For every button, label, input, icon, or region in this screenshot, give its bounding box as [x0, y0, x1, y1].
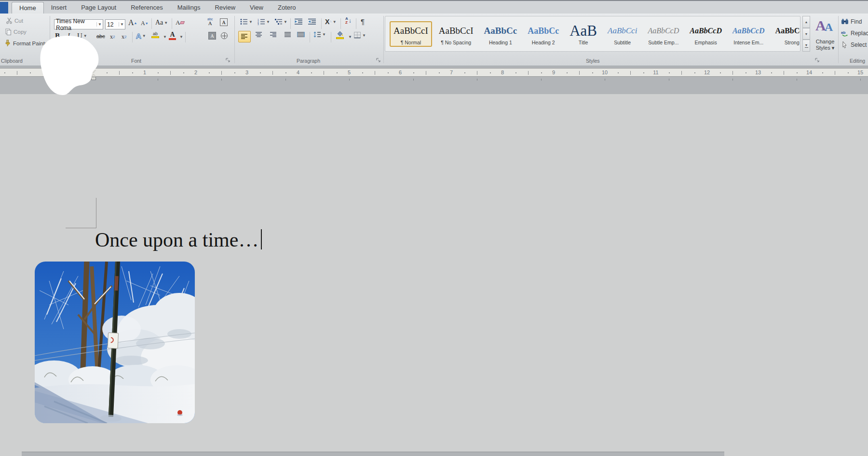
tab-page-layout[interactable]: Page Layout — [74, 1, 123, 14]
bold-button[interactable]: B — [55, 32, 60, 40]
copy-button[interactable]: Copy — [5, 28, 27, 35]
tab-mailings[interactable]: Mailings — [170, 1, 208, 14]
style-emphasis[interactable]: AaBbCcDEmphasis — [686, 21, 726, 47]
line-spacing-button[interactable]: ▼ — [313, 31, 326, 38]
style-heading-2[interactable]: AaBbCcHeading 2 — [524, 21, 563, 47]
style-normal[interactable]: AaBbCcI¶ Normal — [390, 21, 432, 47]
tab-zotero[interactable]: Zotero — [271, 1, 303, 14]
gallery-more-button[interactable]: ▼ — [802, 40, 810, 52]
document-canvas[interactable]: Once upon a time… — [0, 94, 868, 456]
style-intense-em[interactable]: AaBbCcDIntense Em... — [729, 21, 769, 47]
align-right-button[interactable] — [270, 32, 277, 38]
ruler-number-10: 10 — [602, 69, 608, 75]
multilevel-list-button[interactable]: ▼ — [275, 18, 287, 25]
character-shading-button[interactable]: A — [208, 32, 216, 40]
change-case-button[interactable]: Aa ▼ — [155, 19, 168, 27]
sort-button[interactable]: A Z ↓ — [345, 17, 352, 25]
tab-references[interactable]: References — [123, 1, 170, 14]
highlight-color-button[interactable]: ab — [151, 32, 159, 38]
chevron-down-icon[interactable]: ▼ — [96, 22, 103, 27]
style-subtle-emp[interactable]: AaBbCcDSubtle Emp... — [644, 21, 683, 47]
copy-label: Copy — [14, 29, 27, 35]
dots-icon: ∴ — [329, 20, 331, 24]
format-painter-button[interactable]: Format Painter — [4, 40, 50, 47]
asian-layout-glyph: X — [325, 18, 329, 26]
shrink-font-button[interactable]: A ▼ — [141, 20, 149, 27]
style-label: Heading 1 — [484, 40, 517, 45]
ruler-tick — [221, 71, 222, 75]
style-title[interactable]: AaBTitle — [566, 21, 601, 47]
replace-button[interactable]: ab Replace — [841, 30, 868, 37]
distributed-button[interactable] — [297, 32, 305, 38]
phonetic-guide-button[interactable]: abc A — [207, 17, 213, 25]
chevron-down-icon[interactable]: ▼ — [163, 35, 167, 39]
winter-photo[interactable] — [35, 262, 195, 423]
find-button[interactable]: Find — [841, 18, 862, 25]
tab-stop-tick — [732, 79, 733, 81]
chevron-down-icon: ▼ — [142, 34, 146, 38]
text-effects-button[interactable]: A ▼ — [136, 32, 146, 40]
character-border-button[interactable]: A — [220, 18, 228, 26]
align-center-button[interactable] — [256, 32, 262, 38]
select-button[interactable]: Select — [841, 41, 867, 48]
mini-divider — [356, 18, 356, 29]
file-tab-sliver[interactable] — [0, 2, 8, 14]
tab-review[interactable]: Review — [207, 1, 243, 14]
select-label: Select — [851, 41, 867, 48]
gallery-scroll-up-button[interactable]: ▲ — [802, 16, 810, 28]
tab-home[interactable]: Home — [12, 2, 44, 14]
binoculars-icon — [841, 18, 849, 25]
tab-view[interactable]: View — [243, 1, 271, 14]
cut-button[interactable]: Cut — [6, 17, 23, 24]
paragraph-dialog-launcher[interactable] — [376, 58, 381, 63]
ruler-tick — [567, 72, 568, 73]
borders-button[interactable]: ▼ — [354, 32, 366, 39]
horizontal-ruler[interactable]: 123456789101112131415 — [0, 68, 868, 77]
numbering-button[interactable]: 123 ▼ — [258, 18, 270, 25]
style-heading-1[interactable]: AaBbCcHeading 1 — [480, 21, 521, 47]
underline-button[interactable]: U ▼ — [77, 32, 87, 40]
font-dialog-launcher[interactable] — [226, 58, 231, 63]
font-color-button[interactable]: A — [169, 31, 176, 40]
replace-icon: ab — [841, 30, 849, 37]
gallery-scroll-down-button[interactable]: ▼ — [802, 28, 810, 40]
style-no-spacing[interactable]: AaBbCcI¶ No Spacing — [435, 21, 477, 47]
font-size-combo[interactable]: 12 ▼ — [105, 19, 125, 29]
subscript-small-glyph: 2 — [113, 35, 115, 39]
strikethrough-button[interactable]: abc — [96, 33, 105, 39]
justify-button[interactable] — [285, 32, 291, 38]
subscript-button[interactable]: x 2 — [110, 33, 115, 41]
tab-insert[interactable]: Insert — [44, 1, 74, 14]
increase-indent-button[interactable] — [308, 18, 316, 25]
style-subtitle[interactable]: AaBbCciSubtitle — [604, 21, 641, 47]
shading-button[interactable] — [336, 31, 344, 39]
decrease-indent-button[interactable] — [294, 18, 303, 25]
document-heading-text[interactable]: Once upon a time… — [95, 228, 262, 251]
ruler-number-5: 5 — [348, 69, 351, 75]
font-name-combo[interactable]: Times New Roma ▼ — [54, 19, 103, 29]
left-indent-marker[interactable] — [91, 77, 96, 80]
italic-button[interactable]: I — [68, 32, 70, 40]
chevron-down-icon: ▼ — [284, 20, 287, 24]
styles-dialog-launcher[interactable] — [815, 58, 820, 63]
change-styles-button[interactable]: AA Change Styles ▾ — [812, 16, 838, 64]
align-left-button[interactable] — [238, 31, 251, 42]
mini-divider — [172, 18, 172, 29]
multilevel-list-icon — [275, 18, 283, 25]
superscript-button[interactable]: x 2 — [122, 33, 126, 41]
down-triangle-icon: ▼ — [145, 22, 149, 25]
chevron-down-icon[interactable]: ▼ — [348, 35, 352, 39]
asian-layout-button[interactable]: X ∴ ▼ — [325, 18, 337, 26]
show-hide-pilcrow-button[interactable]: ¶ — [361, 17, 365, 26]
first-line-indent-marker[interactable] — [91, 70, 96, 73]
style-strong[interactable]: AaBbCcDStrong — [772, 21, 800, 47]
chevron-down-icon[interactable]: ▼ — [119, 22, 125, 27]
enclose-characters-button[interactable] — [221, 32, 228, 39]
grow-font-button[interactable]: A ▲ — [128, 18, 137, 27]
clear-formatting-button[interactable]: A — [176, 19, 184, 27]
bullets-button[interactable]: ▼ — [240, 18, 253, 25]
ruler-tick — [209, 72, 210, 73]
ruler-tick — [388, 72, 389, 73]
chevron-down-icon[interactable]: ▼ — [179, 35, 183, 39]
page-margin-corner — [66, 228, 96, 228]
